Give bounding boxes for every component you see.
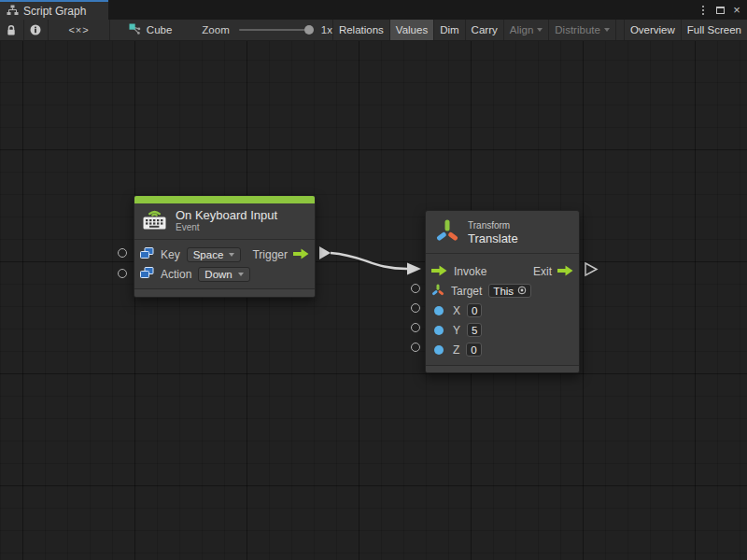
close-icon[interactable]: ×	[728, 0, 745, 20]
invoke-in-port[interactable]	[407, 263, 421, 275]
y-label: Y	[453, 324, 460, 337]
lock-icon[interactable]	[0, 20, 23, 40]
x-label: X	[453, 304, 460, 317]
exit-label: Exit	[533, 265, 552, 278]
literal-icon	[140, 246, 154, 263]
zoom-value: 1x	[321, 24, 332, 35]
transform-axes-icon	[435, 218, 459, 246]
graph-canvas[interactable]: On Keyboard Input Event Key Space	[0, 41, 747, 560]
chevron-down-icon	[604, 28, 610, 32]
keyboard-icon	[142, 208, 167, 233]
object-picker-icon[interactable]	[517, 286, 527, 297]
target-value-port[interactable]	[411, 284, 420, 293]
flow-arrow-icon	[293, 246, 309, 263]
event-accent-bar	[134, 196, 315, 203]
action-row: Action Down	[134, 264, 315, 284]
node-on-keyboard-input[interactable]: On Keyboard Input Event Key Space	[134, 195, 316, 298]
target-label: Target	[451, 285, 482, 298]
maximize-icon[interactable]	[712, 0, 728, 20]
connection-wire[interactable]	[331, 253, 407, 269]
script-graph-icon	[129, 23, 141, 37]
chevron-down-icon	[229, 253, 234, 257]
value-port-dot	[434, 326, 444, 335]
node-header: On Keyboard Input Event	[134, 203, 315, 239]
value-port-dot	[434, 345, 444, 355]
node-body: Invoke Exit	[426, 253, 579, 365]
chevron-down-icon	[537, 28, 543, 32]
script-graph-window: Script Graph × <×>	[0, 0, 747, 560]
relations-button[interactable]: Relations	[333, 20, 389, 40]
window-controls: ×	[695, 0, 745, 20]
z-input[interactable]: 0	[466, 343, 481, 357]
values-button[interactable]: Values	[390, 20, 433, 40]
distribute-button[interactable]: Distribute	[549, 20, 615, 40]
chevron-down-icon	[238, 273, 244, 276]
trigger-out-port[interactable]	[319, 246, 331, 259]
z-row: Z 0	[426, 340, 579, 359]
key-label: Key	[161, 248, 180, 261]
z-label: Z	[453, 343, 459, 357]
zoom-slider[interactable]	[239, 29, 312, 31]
y-value-port[interactable]	[411, 323, 420, 332]
node-subtitle: Event	[176, 222, 277, 233]
graph-context-label: Cube	[147, 24, 173, 35]
action-label: Action	[161, 268, 191, 281]
key-row: Key Space Trigger	[134, 245, 315, 264]
carry-button[interactable]: Carry	[466, 20, 503, 40]
key-value-port[interactable]	[118, 248, 127, 258]
graph-toolbar: <×> Cube Zoom 1x Relations	[0, 20, 747, 41]
x-row: X 0	[426, 301, 579, 320]
node-body: Key Space Trigger	[134, 239, 315, 288]
node-category: Transform	[468, 220, 518, 231]
y-input[interactable]: 5	[467, 323, 482, 337]
node-footer	[426, 365, 579, 373]
node-title: Translate	[468, 231, 518, 245]
overview-button[interactable]: Overview	[625, 20, 681, 40]
node-transform-translate[interactable]: Transform Translate Invoke Exit	[425, 210, 580, 373]
zoom-slider-handle[interactable]	[304, 25, 314, 35]
action-value-port[interactable]	[118, 269, 127, 278]
x-value-port[interactable]	[411, 303, 420, 313]
kebab-menu-icon[interactable]	[695, 0, 712, 20]
target-field[interactable]: This	[488, 284, 531, 298]
value-port-dot	[434, 306, 444, 315]
node-title: On Keyboard Input	[176, 208, 277, 222]
wire-layer	[0, 41, 747, 560]
flow-arrow-icon	[557, 263, 573, 280]
target-row: Target This	[426, 281, 579, 301]
align-button[interactable]: Align	[504, 20, 549, 40]
action-dropdown[interactable]: Down	[198, 267, 249, 282]
exit-out-port[interactable]	[585, 263, 597, 275]
fullscreen-button[interactable]: Full Screen	[682, 20, 747, 40]
node-header: Transform Translate	[426, 211, 579, 253]
titlebar: Script Graph ×	[0, 0, 747, 20]
tab-title: Script Graph	[23, 5, 86, 18]
transform-axes-icon	[431, 283, 444, 300]
literal-icon	[140, 266, 154, 283]
tab-script-graph[interactable]: Script Graph	[0, 0, 108, 20]
node-footer	[134, 288, 315, 298]
trigger-label: Trigger	[252, 248, 288, 261]
invoke-label: Invoke	[454, 265, 486, 278]
graph-context[interactable]: Cube	[129, 20, 173, 40]
flow-arrow-icon	[431, 263, 447, 280]
y-row: Y 5	[426, 320, 579, 340]
dim-button[interactable]: Dim	[434, 20, 464, 40]
zoom-label: Zoom	[202, 24, 229, 35]
toolbar-separator	[109, 20, 110, 40]
invoke-row: Invoke Exit	[426, 261, 579, 281]
graph-hierarchy-icon	[7, 3, 19, 20]
info-icon[interactable]	[24, 20, 49, 40]
toolbar-buttons: Relations Values Dim Carry Align Distrib…	[332, 20, 747, 40]
key-dropdown[interactable]: Space	[187, 247, 242, 262]
x-input[interactable]: 0	[467, 303, 482, 317]
z-value-port[interactable]	[411, 343, 420, 352]
zoom-control: Zoom 1x	[202, 20, 332, 40]
code-view-icon[interactable]: <×>	[49, 20, 109, 40]
